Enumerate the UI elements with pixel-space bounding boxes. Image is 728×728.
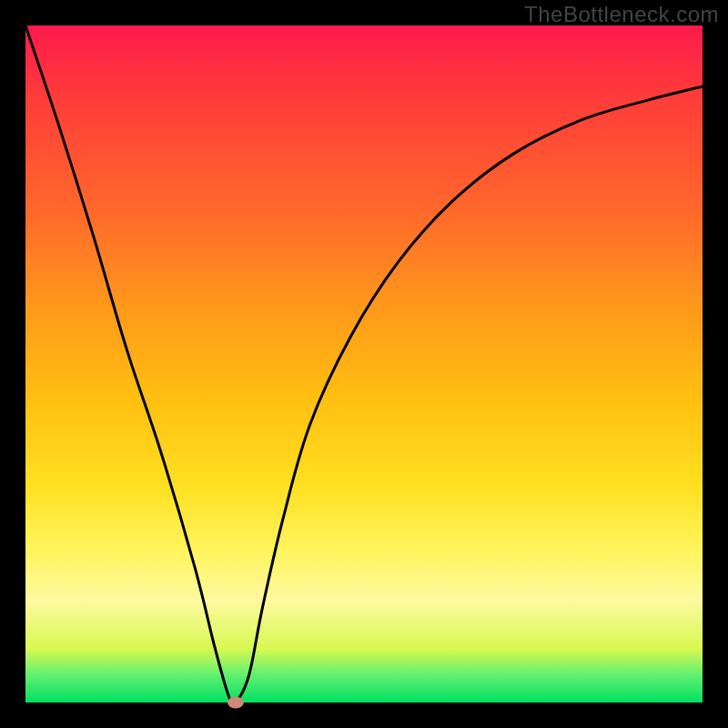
watermark-text: TheBottleneck.com: [524, 2, 719, 27]
minimum-point-marker: [228, 697, 244, 709]
chart-frame: TheBottleneck.com: [0, 0, 728, 728]
chart-plot-area: [25, 25, 703, 703]
bottleneck-curve: [25, 25, 703, 703]
